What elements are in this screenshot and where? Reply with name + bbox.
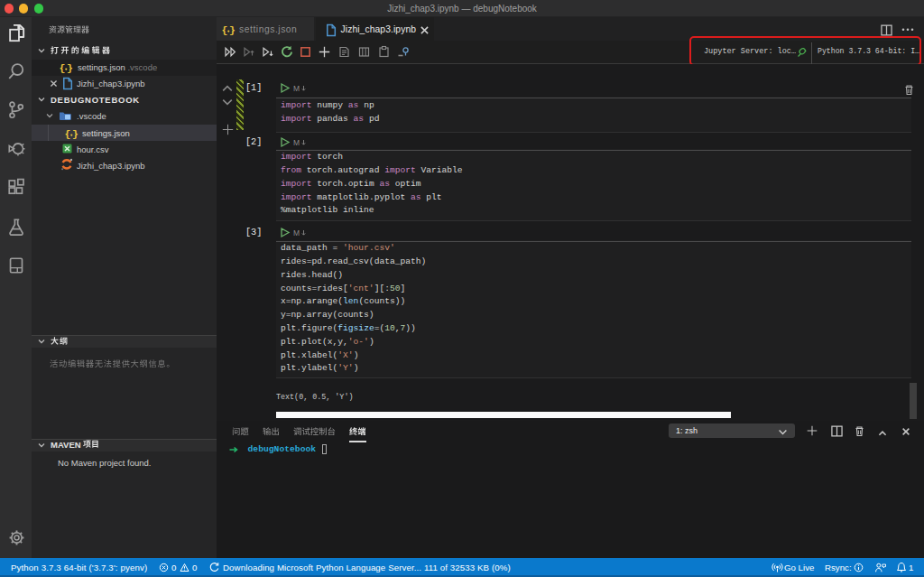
svg-text:M: M: [293, 84, 300, 93]
svg-text:M: M: [293, 228, 300, 237]
svg-text:{: {: [60, 62, 65, 74]
svg-text:}: }: [67, 62, 73, 74]
svg-text:}: }: [72, 128, 79, 140]
svg-text:{: {: [65, 128, 70, 140]
svg-text:M: M: [293, 138, 300, 147]
svg-text:}: }: [229, 24, 236, 36]
svg-text:{: {: [222, 24, 227, 36]
